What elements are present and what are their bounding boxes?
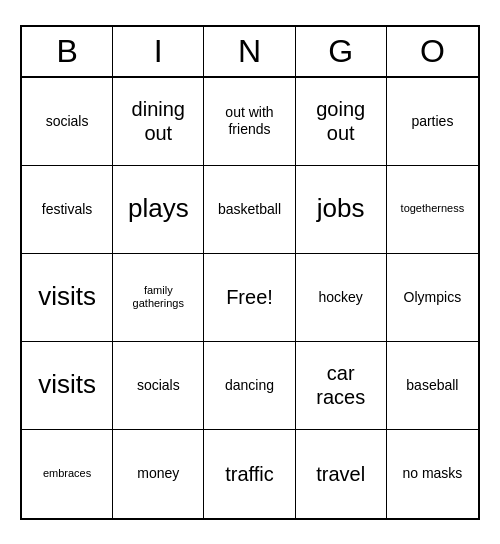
- cell-text: socials: [137, 377, 180, 394]
- cell-text: family gatherings: [117, 284, 199, 310]
- bingo-cell: traffic: [204, 430, 295, 518]
- header-letter: B: [22, 27, 113, 76]
- bingo-cell: family gatherings: [113, 254, 204, 342]
- cell-text: togetherness: [401, 202, 465, 215]
- bingo-cell: money: [113, 430, 204, 518]
- cell-text: car races: [300, 361, 382, 409]
- bingo-cell: dancing: [204, 342, 295, 430]
- bingo-cell: togetherness: [387, 166, 478, 254]
- bingo-grid: socialsdining outout with friendsgoing o…: [22, 78, 478, 518]
- cell-text: festivals: [42, 201, 93, 218]
- header-letter: N: [204, 27, 295, 76]
- bingo-header: BINGO: [22, 27, 478, 78]
- header-letter: G: [296, 27, 387, 76]
- cell-text: no masks: [402, 465, 462, 482]
- bingo-cell: jobs: [296, 166, 387, 254]
- cell-text: hockey: [319, 289, 363, 306]
- bingo-cell: embraces: [22, 430, 113, 518]
- bingo-cell: visits: [22, 342, 113, 430]
- bingo-cell: Free!: [204, 254, 295, 342]
- bingo-cell: socials: [22, 78, 113, 166]
- bingo-cell: hockey: [296, 254, 387, 342]
- bingo-cell: out with friends: [204, 78, 295, 166]
- cell-text: plays: [128, 193, 189, 224]
- cell-text: dining out: [117, 97, 199, 145]
- bingo-cell: festivals: [22, 166, 113, 254]
- bingo-cell: Olympics: [387, 254, 478, 342]
- bingo-cell: socials: [113, 342, 204, 430]
- cell-text: Olympics: [404, 289, 462, 306]
- cell-text: Free!: [226, 285, 273, 309]
- bingo-cell: no masks: [387, 430, 478, 518]
- header-letter: I: [113, 27, 204, 76]
- bingo-cell: travel: [296, 430, 387, 518]
- cell-text: embraces: [43, 467, 91, 480]
- cell-text: traffic: [225, 462, 274, 486]
- bingo-card: BINGO socialsdining outout with friendsg…: [20, 25, 480, 520]
- bingo-cell: basketball: [204, 166, 295, 254]
- cell-text: money: [137, 465, 179, 482]
- header-letter: O: [387, 27, 478, 76]
- cell-text: visits: [38, 281, 96, 312]
- cell-text: socials: [46, 113, 89, 130]
- cell-text: jobs: [317, 193, 365, 224]
- cell-text: parties: [411, 113, 453, 130]
- cell-text: travel: [316, 462, 365, 486]
- bingo-cell: going out: [296, 78, 387, 166]
- cell-text: basketball: [218, 201, 281, 218]
- cell-text: going out: [300, 97, 382, 145]
- bingo-cell: plays: [113, 166, 204, 254]
- cell-text: baseball: [406, 377, 458, 394]
- bingo-cell: parties: [387, 78, 478, 166]
- cell-text: dancing: [225, 377, 274, 394]
- bingo-cell: car races: [296, 342, 387, 430]
- cell-text: out with friends: [208, 104, 290, 138]
- bingo-cell: baseball: [387, 342, 478, 430]
- bingo-cell: dining out: [113, 78, 204, 166]
- bingo-cell: visits: [22, 254, 113, 342]
- cell-text: visits: [38, 369, 96, 400]
